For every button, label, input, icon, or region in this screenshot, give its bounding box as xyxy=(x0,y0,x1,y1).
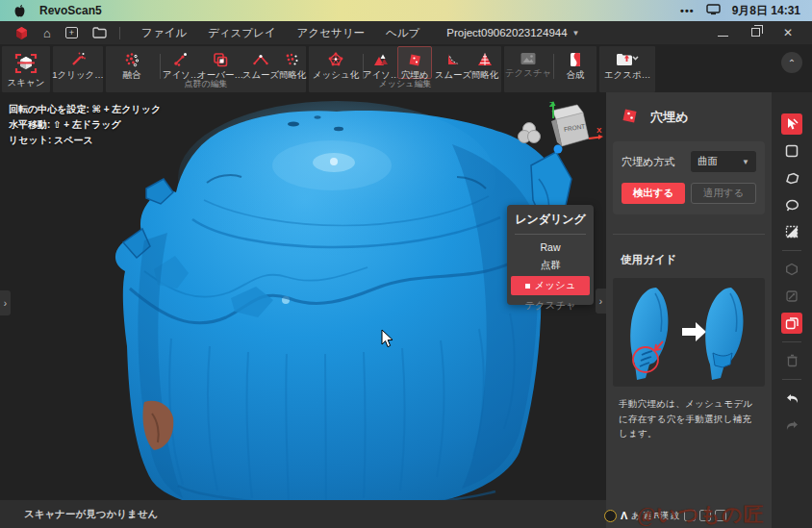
menu-accessory[interactable]: アクセサリー xyxy=(297,26,365,40)
select-through-button[interactable] xyxy=(781,313,802,334)
guide-model-before xyxy=(630,288,668,380)
hint-pan: 水平移動: ⇧ + 左ドラッグ xyxy=(9,117,161,133)
fuse-button[interactable]: 融合 xyxy=(110,46,154,79)
menubar-datetime[interactable]: 9月8日 14:31 xyxy=(732,3,800,19)
one-click-button[interactable]: 1クリック… xyxy=(53,46,103,79)
redo-button xyxy=(781,415,802,436)
hexagon-select-button xyxy=(781,259,802,280)
ime-app-icon[interactable] xyxy=(604,510,617,522)
hole-fill-settings-card: 穴埋め方式 曲面 ▼ 検出する 適用する xyxy=(613,141,765,214)
material-spheres-icon[interactable] xyxy=(516,121,543,146)
menu-file[interactable]: ファイル xyxy=(141,26,187,40)
select-cursor-button[interactable] xyxy=(781,113,802,135)
method-selected-value: 曲面 xyxy=(698,155,718,168)
guide-arrow-icon xyxy=(682,322,706,341)
selection-toolbar xyxy=(772,92,812,528)
pc-smooth-button[interactable]: スムーズ xyxy=(241,46,281,79)
restore-button[interactable] xyxy=(751,27,760,38)
hole-fill-button[interactable]: 穴埋め xyxy=(397,46,432,79)
plane-cut-button xyxy=(781,286,802,307)
viewport-hints: 回転の中心を設定: ⌘ + 左クリック 水平移動: ⇧ + 左ドラッグ リセット… xyxy=(9,102,161,148)
mesh-smooth-button[interactable]: スムーズ xyxy=(434,46,472,79)
close-button[interactable]: ✕ xyxy=(783,26,793,39)
axis-z-label: Z xyxy=(549,100,554,109)
left-panel-expand-button[interactable]: › xyxy=(0,290,11,315)
pc-simplify-button[interactable]: 簡略化 xyxy=(281,46,304,79)
navigation-cube[interactable]: FRONT Z X xyxy=(541,100,604,160)
rendering-panel: レンダリング Raw 点群 メッシュ テクスチャ xyxy=(507,205,594,305)
hole-fill-panel-title: 穴埋め xyxy=(650,109,688,126)
pc-overlap-button[interactable]: オーバー… xyxy=(200,46,241,79)
smooth-mesh-icon xyxy=(444,51,462,68)
meshify-icon xyxy=(327,51,344,68)
simplify-points-icon xyxy=(284,51,301,68)
hole-fill-icon xyxy=(406,52,424,68)
menubar-app-name[interactable]: RevoScan5 xyxy=(39,4,102,17)
polygon-select-button[interactable] xyxy=(781,167,802,189)
rendering-panel-title: レンダリング xyxy=(507,205,594,228)
watermark-text: @いつもの匠 xyxy=(637,501,765,528)
usage-guide-title: 使用ガイド xyxy=(621,253,772,267)
mesh-edit-group-label: メッシュ編集 xyxy=(309,78,501,90)
hint-reset: リセット: スペース xyxy=(9,133,161,148)
hole-fill-panel-icon xyxy=(620,106,641,128)
mesh-isolation-button[interactable]: アイソ… xyxy=(366,46,396,79)
render-option-texture: テクスチャ xyxy=(507,296,594,315)
fusion-icon xyxy=(123,51,140,68)
apply-button: 適用する xyxy=(691,183,756,204)
hint-rotate: 回転の中心を設定: ⌘ + 左クリック xyxy=(9,102,161,117)
render-option-raw[interactable]: Raw xyxy=(507,239,594,256)
render-option-pointcloud[interactable]: 点群 xyxy=(507,256,594,275)
app-titlebar: ⌂ + ファイル ディスプレイ アクセサリー ヘルプ Project090620… xyxy=(0,21,812,44)
guide-model-after xyxy=(705,288,743,380)
merge-icon xyxy=(568,51,583,68)
menubar-more-icon[interactable]: ••• xyxy=(680,5,695,16)
home-icon[interactable]: ⌂ xyxy=(43,27,51,39)
method-select[interactable]: 曲面 ▼ xyxy=(691,151,756,172)
chevron-up-icon: ⌃ xyxy=(788,58,796,68)
texture-icon xyxy=(520,51,537,66)
new-project-icon[interactable]: + xyxy=(65,27,78,38)
panel-divider xyxy=(613,234,765,235)
display-icon[interactable] xyxy=(706,4,721,18)
render-panel-collapse-button[interactable]: › xyxy=(596,289,606,314)
scan-icon xyxy=(14,51,38,76)
revoscan-logo-icon xyxy=(14,26,29,40)
merge-button[interactable]: 合成 xyxy=(556,46,595,79)
undo-button[interactable] xyxy=(781,388,802,409)
hole-fill-panel: 穴埋め 穴埋め方式 曲面 ▼ 検出する 適用する 使用ガイド xyxy=(606,92,772,528)
simplify-mesh-icon xyxy=(476,51,494,68)
lasso-select-button[interactable] xyxy=(781,194,802,215)
detect-button[interactable]: 検出する xyxy=(622,183,685,204)
smooth-curve-icon xyxy=(252,51,269,68)
scan-button[interactable]: スキャン xyxy=(2,46,50,92)
export-icon xyxy=(615,51,640,68)
ime-logo-icon[interactable]: Λ xyxy=(621,510,627,521)
axis-x-label: X xyxy=(596,126,602,135)
mesh-simplify-button[interactable]: 簡略化 xyxy=(472,46,497,79)
invert-select-button[interactable] xyxy=(781,221,802,242)
usage-guide-text: 手動穴埋めは、メッシュモデルに存在する穴を手動選択し補充します。 xyxy=(619,396,759,441)
method-label: 穴埋め方式 xyxy=(622,155,674,169)
apple-logo-icon[interactable] xyxy=(13,4,26,18)
project-name-dropdown[interactable]: Project09062023124944 ▼ xyxy=(446,27,579,38)
mouse-cursor xyxy=(381,329,394,352)
minimize-button[interactable] xyxy=(718,27,728,38)
selected-bullet-icon xyxy=(525,284,530,289)
menu-help[interactable]: ヘルプ xyxy=(386,26,419,40)
chevron-right-icon: › xyxy=(599,296,602,307)
render-option-mesh[interactable]: メッシュ xyxy=(511,276,590,295)
usage-guide-image xyxy=(613,278,765,387)
menu-display[interactable]: ディスプレイ xyxy=(208,26,276,40)
open-folder-icon[interactable] xyxy=(92,27,107,38)
meshify-button[interactable]: メッシュ化 xyxy=(311,46,361,79)
export-button[interactable]: エクスポ… xyxy=(601,46,653,79)
rect-select-button[interactable] xyxy=(781,140,802,162)
viewport-3d[interactable]: 回転の中心を設定: ⌘ + 左クリック 水平移動: ⇧ + 左ドラッグ リセット… xyxy=(0,92,606,500)
status-message: スキャナーが見つかりません xyxy=(24,508,158,521)
project-name: Project09062023124944 xyxy=(446,27,567,38)
ribbon: スキャン 1クリック… 融合 xyxy=(0,44,812,92)
delete-selection-button xyxy=(781,350,802,371)
pc-isolation-button[interactable]: アイソ… xyxy=(162,46,200,79)
ribbon-collapse-button[interactable]: ⌃ xyxy=(781,52,802,73)
